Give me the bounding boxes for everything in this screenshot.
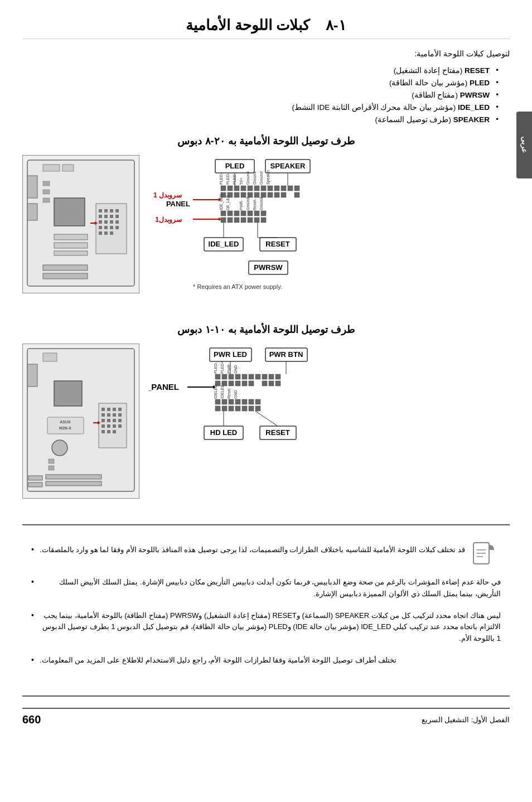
svg-rect-78 bbox=[228, 211, 233, 216]
connector-labels-bottom: PWR LED PWR BTN bbox=[148, 344, 510, 513]
svg-text:1سروبدل: 1سروبدل bbox=[155, 216, 182, 224]
svg-rect-19 bbox=[99, 215, 102, 218]
svg-rect-133 bbox=[101, 419, 105, 422]
svg-text:RESET: RESET bbox=[265, 240, 289, 248]
svg-rect-1 bbox=[43, 165, 60, 171]
svg-rect-20 bbox=[104, 215, 108, 218]
svg-text:Ground: Ground bbox=[259, 197, 263, 210]
svg-rect-191 bbox=[255, 406, 260, 411]
svg-rect-48 bbox=[261, 186, 266, 191]
svg-text:Ground: Ground bbox=[246, 197, 250, 210]
svg-rect-179 bbox=[222, 399, 227, 404]
svg-text:IDE_LED: IDE_LED bbox=[209, 240, 239, 248]
svg-rect-113 bbox=[54, 381, 82, 406]
svg-rect-50 bbox=[274, 186, 279, 191]
separator-bottom bbox=[22, 695, 510, 697]
svg-rect-82 bbox=[254, 211, 259, 216]
svg-text:ASUS: ASUS bbox=[60, 420, 71, 424]
svg-text:SPEAKER: SPEAKER bbox=[270, 162, 306, 170]
intro-text: لتوصيل كبلات اللوحة الأمامية: bbox=[22, 49, 510, 58]
svg-rect-183 bbox=[249, 399, 254, 404]
svg-text:IDELED-: IDELED- bbox=[214, 383, 217, 399]
svg-rect-86 bbox=[234, 218, 239, 223]
svg-rect-24 bbox=[104, 220, 108, 224]
svg-rect-60 bbox=[261, 192, 266, 197]
svg-text:PLED-: PLED- bbox=[219, 173, 223, 185]
svg-rect-188 bbox=[235, 406, 240, 411]
svg-rect-62 bbox=[274, 192, 279, 197]
svg-text:1 سروبدل: 1 سروبدل bbox=[153, 191, 182, 199]
svg-text:PLED+: PLED+ bbox=[220, 361, 224, 374]
svg-text:* Requires an ATX power supply: * Requires an ATX power supply. bbox=[193, 283, 282, 290]
svg-rect-47 bbox=[254, 186, 259, 191]
svg-text:IDE_LED-: IDE_LED- bbox=[219, 192, 224, 210]
footer-chapter: الفصل الأول: التشغيل السريع bbox=[422, 716, 510, 724]
svg-rect-141 bbox=[101, 430, 105, 433]
svg-rect-169 bbox=[269, 381, 274, 386]
svg-rect-12 bbox=[43, 265, 88, 270]
svg-rect-182 bbox=[242, 399, 247, 404]
svg-rect-59 bbox=[254, 192, 259, 197]
svg-rect-132 bbox=[118, 413, 122, 417]
side-tab: عربى bbox=[516, 112, 532, 178]
svg-rect-184 bbox=[255, 399, 260, 404]
svg-rect-126 bbox=[107, 408, 110, 411]
svg-text:RESET: RESET bbox=[265, 428, 289, 437]
svg-text:DE_LED: DE_LED bbox=[226, 195, 230, 210]
bullet-list: RESET (مفتاح إعادة التشغيل) PLED (مؤشر ب… bbox=[22, 66, 510, 124]
svg-rect-112 bbox=[27, 364, 37, 386]
mb-sketch-bottom: ASUS M2N-X bbox=[22, 344, 139, 499]
svg-rect-153 bbox=[222, 374, 227, 379]
svg-rect-85 bbox=[228, 218, 233, 223]
section1-header: طرف توصيل اللوحة الأمامية به ٢٠-٨ دبوس bbox=[22, 135, 510, 147]
svg-text:Ground: Ground bbox=[259, 172, 263, 185]
svg-rect-134 bbox=[107, 419, 110, 422]
note-item-3: • ليس هناك اتجاه محدد لتركيب كل من كبلات… bbox=[31, 610, 501, 645]
svg-rect-77 bbox=[221, 211, 226, 216]
svg-rect-28 bbox=[104, 226, 108, 229]
svg-text:PWR BTN: PWR BTN bbox=[269, 350, 303, 359]
svg-rect-165 bbox=[235, 381, 240, 386]
svg-rect-43 bbox=[228, 186, 233, 191]
svg-rect-129 bbox=[101, 413, 105, 417]
svg-rect-189 bbox=[242, 406, 247, 411]
note-item-1: • قد تختلف كبلات اللوحة الأمامية للشاسيه… bbox=[31, 544, 501, 567]
svg-rect-29 bbox=[110, 226, 113, 229]
svg-rect-161 bbox=[275, 374, 280, 379]
mb-svg-bottom: ASUS M2N-X bbox=[26, 347, 136, 492]
svg-rect-84 bbox=[221, 218, 226, 223]
svg-rect-135 bbox=[113, 419, 116, 422]
svg-rect-121 bbox=[46, 481, 101, 486]
note-item-4: • تختلف أطراف توصيل اللوحة الأمامية وفقا… bbox=[31, 655, 501, 666]
svg-rect-58 bbox=[248, 192, 253, 197]
connector-svg-bottom: PWR LED PWR BTN bbox=[148, 344, 416, 511]
svg-text:PWRSW: PWRSW bbox=[254, 263, 283, 272]
svg-rect-125 bbox=[101, 408, 105, 411]
section2-header: طرف توصيل اللوحة الأمامية به ١٠-١ دبوس bbox=[22, 323, 510, 336]
svg-rect-158 bbox=[255, 374, 260, 379]
svg-rect-11 bbox=[54, 251, 88, 255]
note-icon bbox=[471, 542, 496, 567]
svg-text:PWR: PWR bbox=[227, 365, 231, 374]
svg-text:GND: GND bbox=[234, 365, 238, 374]
svg-rect-83 bbox=[261, 211, 266, 216]
svg-rect-6 bbox=[43, 181, 50, 186]
svg-rect-123 bbox=[28, 482, 42, 487]
svg-rect-51 bbox=[281, 186, 286, 191]
svg-rect-18 bbox=[115, 209, 119, 212]
svg-text:GND: GND bbox=[234, 390, 238, 399]
svg-rect-178 bbox=[215, 399, 220, 404]
svg-rect-152 bbox=[215, 374, 220, 379]
svg-text:Speaker: Speaker bbox=[266, 170, 270, 185]
svg-rect-10 bbox=[54, 243, 88, 248]
note-text-1: قد تختلف كبلات اللوحة الأمامية للشاسيه ب… bbox=[40, 544, 465, 556]
svg-rect-164 bbox=[229, 381, 234, 386]
svg-text:HD LED: HD LED bbox=[210, 428, 237, 437]
list-item: SPEAKER (طرف توصيل السماعة) bbox=[22, 115, 499, 124]
notes-section: • قد تختلف كبلات اللوحة الأمامية للشاسيه… bbox=[22, 537, 510, 684]
svg-text:Ground: Ground bbox=[246, 172, 250, 185]
svg-rect-25 bbox=[110, 220, 113, 224]
svg-rect-17 bbox=[110, 209, 113, 212]
svg-rect-168 bbox=[262, 381, 267, 386]
svg-rect-7 bbox=[43, 190, 50, 194]
